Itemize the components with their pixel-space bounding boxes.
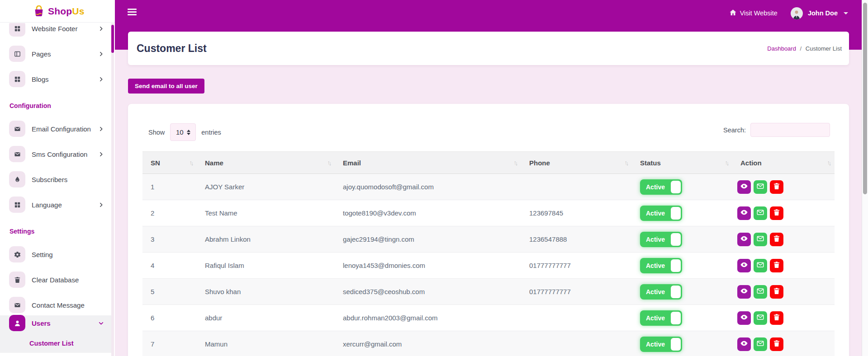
delete-button[interactable] [770, 259, 783, 272]
sidebar-item-website-footer[interactable]: Website Footer [0, 23, 111, 41]
envelope-icon [9, 121, 25, 137]
delete-button[interactable] [770, 285, 783, 299]
cell-sn: 3 [142, 226, 197, 252]
cell-sn: 5 [142, 279, 197, 304]
avatar[interactable] [791, 7, 803, 19]
status-label: Active [646, 210, 665, 217]
status-toggle[interactable]: Active [640, 310, 682, 326]
search-input[interactable] [750, 123, 830, 137]
sidebar-item-setting[interactable]: Setting [0, 242, 111, 267]
email-button[interactable] [754, 259, 767, 272]
email-button[interactable] [754, 337, 767, 351]
window-scrollbar[interactable] [862, 0, 868, 356]
cell-sn: 6 [142, 305, 197, 331]
sidebar-scrollbar[interactable] [111, 23, 114, 356]
table-search: Search: [723, 123, 830, 137]
cell-actions [732, 331, 835, 356]
sidebar-scrollbar-thumb[interactable] [111, 25, 114, 53]
cell-sn: 7 [142, 331, 197, 356]
cell-name: abdur [197, 305, 335, 331]
cell-status: Active [632, 253, 732, 278]
chevron-right-icon [98, 151, 104, 157]
delete-button[interactable] [770, 180, 783, 194]
table-row: 3 Abrahm Linkon gajec29194@tingn.com 123… [142, 226, 835, 253]
view-button[interactable] [737, 259, 751, 272]
sidebar-item-users[interactable]: Users [0, 310, 111, 336]
sidebar-item-clear-database[interactable]: Clear Database [0, 267, 111, 292]
status-toggle[interactable]: Active [640, 232, 682, 247]
shopping-bag-icon [33, 5, 45, 17]
cell-actions [732, 226, 835, 252]
cell-phone [521, 305, 632, 331]
visit-website-link[interactable]: Visit Website [729, 9, 778, 18]
user-icon [9, 315, 25, 331]
envelope-icon [756, 208, 764, 218]
email-button[interactable] [754, 180, 767, 194]
chevron-right-icon [98, 26, 104, 32]
gear-icon [9, 246, 25, 262]
email-button[interactable] [754, 233, 767, 246]
column-header-phone[interactable]: Phone↑↓ [521, 152, 632, 173]
chevron-down-icon[interactable] [844, 12, 848, 14]
sidebar-item-email-configuration[interactable]: Email Configuration [0, 116, 111, 141]
status-toggle[interactable]: Active [640, 206, 682, 221]
sidebar-item-sms-configuration[interactable]: Sms Configuration [0, 141, 111, 167]
user-menu[interactable]: John Doe [808, 9, 838, 17]
trash-icon [773, 182, 781, 192]
cell-status: Active [632, 279, 732, 304]
toggle-knob [671, 207, 681, 220]
toggle-knob [671, 181, 681, 193]
breadcrumb-dashboard-link[interactable]: Dashboard [767, 45, 796, 52]
column-header-action[interactable]: Action↑↓ [732, 152, 835, 173]
delete-button[interactable] [770, 233, 783, 246]
view-button[interactable] [737, 311, 751, 325]
customer-table: SN↑↓ Name↑↓ Email↑↓ Phone↑↓ Status↑↓ Act… [142, 151, 835, 356]
sidebar-item-blogs[interactable]: Blogs [0, 66, 111, 92]
email-button[interactable] [754, 285, 767, 299]
sidebar-subitem-customer-list[interactable]: Customer List [0, 336, 111, 351]
sidebar-item-pages[interactable]: Pages [0, 41, 111, 66]
trash-icon [773, 208, 781, 218]
topbar-right: Visit Website John Doe [729, 6, 848, 20]
window-scrollbar-thumb[interactable] [863, 3, 867, 194]
status-toggle[interactable]: Active [640, 284, 682, 300]
email-button[interactable] [754, 206, 767, 220]
entries-select[interactable]: 10 [170, 123, 196, 141]
customer-table-card: Show 10 entries Search: SN↑↓ Name↑↓ Emai… [128, 104, 849, 356]
grid-icon [9, 23, 25, 37]
column-header-status[interactable]: Status↑↓ [632, 152, 732, 173]
column-header-name[interactable]: Name↑↓ [197, 152, 335, 173]
status-toggle[interactable]: Active [640, 258, 682, 273]
status-label: Active [646, 288, 665, 295]
sidebar-item-subscribers[interactable]: Subscribers [0, 167, 111, 192]
status-toggle[interactable]: Active [640, 179, 682, 195]
delete-button[interactable] [770, 337, 783, 351]
delete-button[interactable] [770, 206, 783, 220]
trash-icon [773, 339, 781, 349]
cell-status: Active [632, 331, 732, 356]
sidebar-item-language[interactable]: Language [0, 192, 111, 217]
column-header-sn[interactable]: SN↑↓ [142, 152, 197, 173]
email-button[interactable] [754, 311, 767, 325]
view-button[interactable] [737, 285, 751, 299]
cell-sn: 1 [142, 174, 197, 200]
envelope-icon [756, 339, 764, 349]
select-updown-icon [187, 130, 190, 135]
send-email-all-button[interactable]: Send email to all user [128, 79, 204, 94]
view-button[interactable] [737, 337, 751, 351]
view-button[interactable] [737, 233, 751, 246]
cell-phone [521, 174, 632, 200]
brand-logo[interactable]: ShopUs [0, 0, 115, 23]
cell-sn: 2 [142, 200, 197, 226]
delete-button[interactable] [770, 311, 783, 325]
envelope-icon [756, 234, 764, 244]
table-body: 1 AJOY Sarker ajoy.quomodosoft@gmail.com… [142, 174, 835, 356]
toggle-knob [671, 286, 681, 298]
status-toggle[interactable]: Active [640, 337, 682, 352]
view-button[interactable] [737, 180, 751, 194]
eye-icon [740, 339, 748, 349]
column-header-email[interactable]: Email↑↓ [335, 152, 521, 173]
menu-toggle-icon[interactable] [128, 9, 137, 16]
view-button[interactable] [737, 206, 751, 220]
status-label: Active [646, 341, 665, 348]
